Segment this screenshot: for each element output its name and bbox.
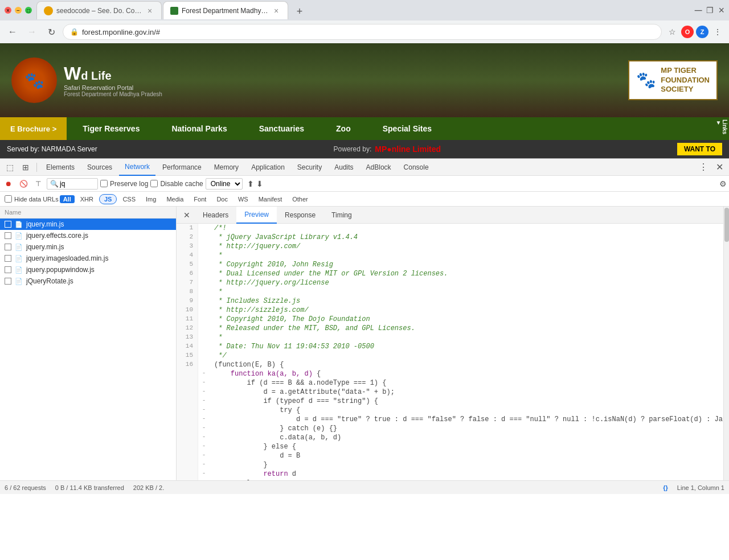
file-checkbox-4[interactable]	[5, 255, 11, 262]
list-item-2[interactable]: 📄 jquery.effects.core.js	[0, 230, 176, 241]
code-line: 8 *	[177, 287, 723, 297]
file-checkbox-6[interactable]	[5, 278, 11, 285]
scrollbar-right[interactable]	[723, 207, 729, 480]
filter-bar: Hide data URLs All XHR JS CSS Img Media …	[0, 192, 729, 207]
disable-cache-checkbox[interactable]	[150, 180, 158, 187]
line-indent	[198, 360, 210, 369]
element-picker-btn[interactable]: ⬚	[2, 160, 17, 175]
file-checkbox-3[interactable]	[5, 244, 11, 250]
tab-elements[interactable]: Elements	[40, 159, 80, 176]
tab-console[interactable]: Console	[398, 159, 435, 176]
scrollbar-thumb[interactable]	[724, 208, 729, 242]
filter-manifest[interactable]: Manifest	[254, 195, 287, 204]
address-bar[interactable]: 🔒 forest.mponline.gov.in/#	[63, 24, 662, 40]
line-indent	[198, 351, 210, 360]
file-checkbox-5[interactable]	[5, 266, 11, 273]
filter-ws[interactable]: WS	[234, 195, 253, 204]
filter-doc[interactable]: Doc	[212, 195, 232, 204]
filter-img[interactable]: Img	[141, 195, 161, 204]
lock-icon: 🔒	[70, 28, 79, 36]
content-tab-headers[interactable]: Headers	[195, 207, 236, 224]
close-btn[interactable]: ×	[718, 5, 724, 17]
bookmark-btn[interactable]: ☆	[665, 25, 679, 39]
nav-sanctuaries[interactable]: Sanctuaries	[243, 117, 320, 140]
links-sidebar[interactable]: Links ▼	[714, 117, 729, 140]
filter-css[interactable]: CSS	[118, 195, 140, 204]
filter-media[interactable]: Media	[162, 195, 188, 204]
content-tab-preview[interactable]: Preview	[236, 207, 277, 224]
content-tab-timing[interactable]: Timing	[323, 207, 360, 224]
tab-forest[interactable]: Forest Department Madhya Prad... ×	[163, 1, 288, 19]
file-icon-3: 📄	[15, 244, 23, 251]
filter-js[interactable]: JS	[99, 194, 117, 204]
hide-data-urls-checkbox[interactable]	[5, 195, 12, 203]
disable-cache-label[interactable]: Disable cache	[150, 180, 203, 188]
tab-close-2[interactable]: ×	[272, 6, 281, 15]
line-indent	[198, 324, 210, 333]
nav-parks[interactable]: National Parks	[155, 117, 243, 140]
new-tab-button[interactable]: +	[292, 3, 308, 19]
tab-performance[interactable]: Performance	[157, 159, 207, 176]
network-settings-btn[interactable]: ⚙	[719, 179, 727, 188]
list-item-5[interactable]: 📄 jquery.popupwindow.js	[0, 264, 176, 275]
code-line: 1 /*!	[177, 224, 723, 233]
devtools-close-btn[interactable]: ✕	[712, 160, 727, 175]
line-number: 15	[177, 351, 198, 360]
close-window-btn[interactable]: ×	[5, 7, 11, 14]
nav-brochure[interactable]: E Brochure >	[0, 117, 67, 140]
devtools-more-btn[interactable]: ⋮	[696, 160, 711, 175]
tab-memory[interactable]: Memory	[208, 159, 244, 176]
want-to-btn[interactable]: WANT TO	[677, 143, 722, 155]
import-btn[interactable]: ⬆	[247, 179, 254, 188]
throttle-select[interactable]: Online	[206, 178, 243, 190]
device-mode-btn[interactable]: ⊞	[18, 160, 33, 175]
list-item-6[interactable]: 📄 jQueryRotate.js	[0, 275, 176, 287]
preserve-log-checkbox[interactable]	[100, 180, 108, 187]
forward-button[interactable]: →	[24, 24, 40, 40]
tab-audits[interactable]: Audits	[329, 159, 359, 176]
mp-online-logo: MP●nline Limited	[375, 145, 441, 154]
opera-btn[interactable]: O	[681, 26, 694, 38]
hide-data-urls-label[interactable]: Hide data URLs	[5, 195, 59, 203]
code-viewer[interactable]: 1 /*!2 * jQuery JavaScript Library v1.4.…	[177, 224, 723, 480]
content-close-btn[interactable]: ✕	[181, 211, 193, 220]
minimize-btn[interactable]: ─	[695, 5, 702, 17]
file-checkbox-2[interactable]	[5, 232, 11, 239]
filter-xhr[interactable]: XHR	[76, 195, 98, 204]
tab-application[interactable]: Application	[245, 159, 290, 176]
list-item-3[interactable]: 📄 jquery.min.js	[0, 241, 176, 253]
tab-seedocode[interactable]: seedocode – See. Do. Code. ×	[36, 1, 162, 19]
restore-btn[interactable]: ❐	[706, 6, 714, 15]
tab-adblock[interactable]: AdBlock	[361, 159, 397, 176]
line-number	[177, 369, 198, 378]
filter-toggle-btn[interactable]: ⊤	[32, 178, 44, 190]
line-content: }	[210, 460, 723, 470]
tab-sources[interactable]: Sources	[81, 159, 118, 176]
code-line: 9 * Includes Sizzle.js	[177, 297, 723, 306]
filter-all-btn[interactable]: All	[60, 195, 75, 203]
sidebar-header: Name	[0, 207, 176, 219]
list-item-1[interactable]: 📄 jquery.min.js	[0, 219, 176, 230]
tab-network[interactable]: Network	[119, 159, 155, 176]
record-btn[interactable]: ⏺	[2, 178, 15, 190]
tab-security[interactable]: Security	[292, 159, 327, 176]
maximize-window-btn[interactable]: □	[25, 7, 32, 14]
nav-special[interactable]: Special Sites	[367, 117, 448, 140]
clear-btn[interactable]: 🚫	[17, 178, 30, 190]
nav-zoo[interactable]: Zoo	[320, 117, 367, 140]
profile-btn[interactable]: Z	[696, 26, 708, 38]
export-btn[interactable]: ⬇	[256, 179, 263, 188]
tab-close-1[interactable]: ×	[145, 6, 154, 15]
content-tab-response[interactable]: Response	[277, 207, 323, 224]
list-item-4[interactable]: 📄 jquery.imagesloaded.min.js	[0, 253, 176, 264]
filter-other[interactable]: Other	[288, 195, 313, 204]
nav-tiger[interactable]: Tiger Reserves	[67, 117, 155, 140]
content-tabs: ✕ Headers Preview Response Timing	[177, 207, 723, 224]
filter-font[interactable]: Font	[189, 195, 211, 204]
minimize-window-btn[interactable]: −	[15, 7, 22, 14]
preserve-log-label[interactable]: Preserve log	[100, 180, 148, 188]
menu-btn[interactable]: ⋮	[711, 25, 724, 39]
back-button[interactable]: ←	[5, 24, 21, 40]
reload-button[interactable]: ↻	[43, 24, 59, 40]
file-checkbox-1[interactable]	[5, 221, 11, 228]
